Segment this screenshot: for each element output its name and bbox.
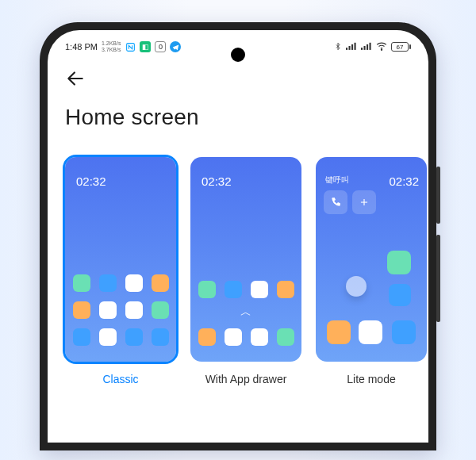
svg-rect-2 — [349, 46, 351, 50]
app-tile — [73, 301, 90, 319]
preview-tag: 键呼叫 — [325, 174, 349, 186]
floating-bubble — [346, 276, 367, 297]
svg-rect-1 — [346, 48, 347, 50]
svg-rect-4 — [355, 43, 356, 50]
app-tile — [99, 274, 117, 292]
screen: 1:48 PM 1.2KB/s 3.7KB/s ◧ 0 — [48, 30, 428, 443]
drawer-chevron-up-icon: ︿ — [240, 308, 251, 319]
app-tile — [152, 274, 169, 292]
signal-icon-1 — [346, 41, 357, 52]
option-lite-mode[interactable]: 键呼叫 02:32 — [316, 157, 427, 385]
preview-app-drawer: 02:32 ︿ — [190, 157, 301, 362]
option-app-drawer[interactable]: 02:32 ︿ — [190, 157, 301, 385]
camera-notch — [231, 48, 245, 62]
power-button — [436, 235, 440, 322]
app-tile — [73, 328, 90, 346]
app-tile — [198, 281, 216, 298]
app-tile — [392, 320, 416, 344]
app-tile — [389, 284, 411, 306]
app-tile — [359, 320, 382, 344]
app-tile — [251, 281, 268, 298]
app-tile — [225, 281, 242, 298]
app-tile — [277, 328, 294, 346]
preview-time: 02:32 — [76, 174, 106, 188]
svg-rect-6 — [364, 46, 366, 50]
app-tile — [277, 281, 294, 298]
app-tile — [125, 301, 143, 319]
svg-rect-7 — [367, 44, 368, 50]
network-speeds: 1.2KB/s 3.7KB/s — [102, 40, 121, 53]
app-tile — [198, 328, 216, 346]
preview-time: 02:32 — [389, 174, 419, 188]
status-bar-right: 67 — [334, 41, 411, 53]
speed-up: 1.2KB/s — [102, 40, 121, 47]
status-bar-left: 1:48 PM 1.2KB/s 3.7KB/s ◧ 0 — [65, 40, 181, 53]
app-icon-2: 0 — [155, 41, 166, 52]
app-tile — [125, 328, 143, 346]
option-label: With App drawer — [205, 373, 287, 385]
option-label: Lite mode — [347, 373, 395, 385]
signal-icon-2 — [361, 41, 372, 52]
app-tile — [387, 251, 411, 274]
volume-button — [436, 167, 440, 224]
battery-indicator: 67 — [391, 42, 411, 52]
app-tile — [99, 301, 117, 319]
wifi-icon — [376, 41, 387, 52]
speed-down: 3.7KB/s — [102, 47, 121, 53]
device-frame: 1:48 PM 1.2KB/s 3.7KB/s ◧ 0 — [40, 22, 436, 450]
preview-icon-grid — [65, 274, 176, 346]
svg-rect-8 — [370, 43, 371, 50]
app-tile — [251, 328, 268, 346]
preview-classic: 02:32 — [65, 157, 176, 362]
option-classic[interactable]: 02:32 — [65, 157, 176, 385]
app-tile — [225, 328, 242, 346]
nfc-icon — [125, 41, 136, 52]
telegram-icon — [170, 41, 181, 52]
svg-rect-3 — [351, 44, 353, 50]
preview-icon-grid: ︿ — [190, 281, 301, 346]
bluetooth-icon — [334, 41, 342, 53]
app-tile — [152, 328, 169, 346]
preview-lite-mode: 键呼叫 02:32 — [316, 157, 427, 362]
lite-quick-tiles — [324, 190, 376, 214]
svg-point-9 — [381, 49, 382, 50]
app-tile — [73, 274, 90, 292]
back-row — [65, 68, 411, 89]
preview-time: 02:32 — [202, 174, 232, 188]
option-label: Classic — [102, 373, 138, 385]
add-tile-icon — [352, 190, 376, 214]
home-screen-options: 02:32 — [65, 157, 411, 385]
status-time: 1:48 PM — [65, 42, 98, 52]
back-button[interactable] — [65, 68, 86, 89]
app-tile — [99, 328, 117, 346]
app-icon-1: ◧ — [140, 41, 151, 52]
battery-percent: 67 — [397, 44, 404, 51]
svg-rect-5 — [361, 48, 363, 50]
page-title: Home screen — [65, 105, 411, 130]
phone-tile-icon — [324, 190, 347, 214]
app-tile — [152, 301, 169, 319]
app-tile — [327, 320, 351, 344]
app-tile — [125, 274, 143, 292]
